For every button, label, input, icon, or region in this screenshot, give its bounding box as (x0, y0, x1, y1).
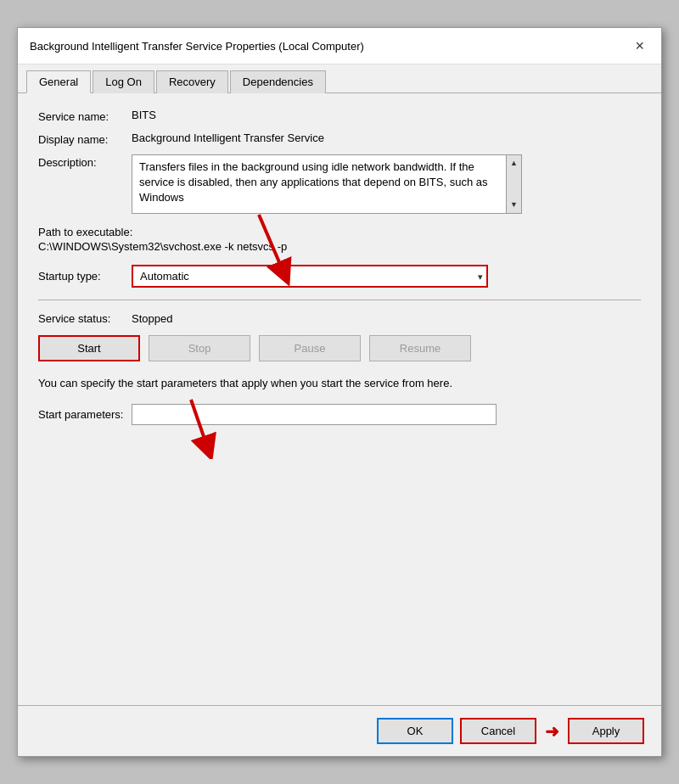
info-text: You can specify the start parameters tha… (38, 375, 641, 392)
description-row: Description: Transfers files in the back… (38, 154, 641, 214)
scroll-up-arrow[interactable]: ▲ (507, 155, 521, 171)
arrow-to-apply-icon: ➜ (545, 721, 559, 742)
startup-type-label: Startup type: (38, 270, 132, 283)
arrow-to-params-icon (157, 391, 242, 459)
tab-logon[interactable]: Log On (93, 70, 154, 93)
scroll-down-arrow[interactable]: ▼ (507, 197, 521, 213)
description-label: Description: (38, 154, 132, 169)
footer-buttons: OK Cancel ➜ Apply (18, 705, 661, 756)
divider-1 (38, 300, 641, 300)
service-name-label: Service name: (38, 109, 132, 123)
stop-button[interactable]: Stop (149, 335, 250, 361)
start-params-label: Start parameters: (38, 408, 132, 421)
pause-button[interactable]: Pause (259, 335, 361, 361)
ok-button[interactable]: OK (377, 718, 453, 744)
close-button[interactable]: × (630, 36, 649, 55)
path-label: Path to executable: (38, 226, 641, 238)
startup-type-row: Startup type: Automatic Automatic (Delay… (38, 265, 641, 288)
description-scrollbar[interactable]: ▲ ▼ (506, 155, 521, 213)
cancel-button[interactable]: Cancel (460, 718, 536, 744)
service-name-row: Service name: BITS (38, 109, 641, 123)
service-status-value: Stopped (132, 312, 172, 325)
tab-dependencies[interactable]: Dependencies (230, 70, 326, 93)
properties-dialog: Background Intelligent Transfer Service … (17, 27, 662, 757)
path-value: C:\WINDOWS\System32\svchost.exe -k netsv… (38, 240, 641, 253)
description-box[interactable]: Transfers files in the background using … (132, 154, 522, 214)
resume-button[interactable]: Resume (369, 335, 471, 361)
display-name-value: Background Intelligent Transfer Service (132, 132, 324, 144)
service-name-value: BITS (132, 109, 156, 121)
description-text: Transfers files in the background using … (139, 160, 514, 206)
startup-type-select[interactable]: Automatic Automatic (Delayed Start) Manu… (132, 265, 488, 288)
display-name-row: Display name: Background Intelligent Tra… (38, 132, 641, 146)
start-params-input[interactable] (132, 404, 497, 425)
start-button[interactable]: Start (38, 335, 140, 361)
service-status-row: Service status: Stopped (38, 312, 641, 325)
path-section: Path to executable: C:\WINDOWS\System32\… (38, 226, 641, 253)
apply-button[interactable]: Apply (568, 718, 644, 744)
start-params-row: Start parameters: (38, 404, 641, 425)
tab-general[interactable]: General (26, 70, 91, 93)
tab-content: Service name: BITS Display name: Backgro… (18, 93, 661, 705)
display-name-label: Display name: (38, 132, 132, 146)
dialog-title: Background Intelligent Transfer Service … (30, 40, 364, 53)
tab-recovery[interactable]: Recovery (156, 70, 228, 93)
tabs-bar: General Log On Recovery Dependencies (18, 64, 661, 93)
title-bar: Background Intelligent Transfer Service … (18, 28, 661, 64)
service-status-label: Service status: (38, 312, 132, 325)
startup-type-wrapper: Automatic Automatic (Delayed Start) Manu… (132, 265, 488, 288)
service-control-buttons: Start Stop Pause Resume (38, 335, 641, 361)
